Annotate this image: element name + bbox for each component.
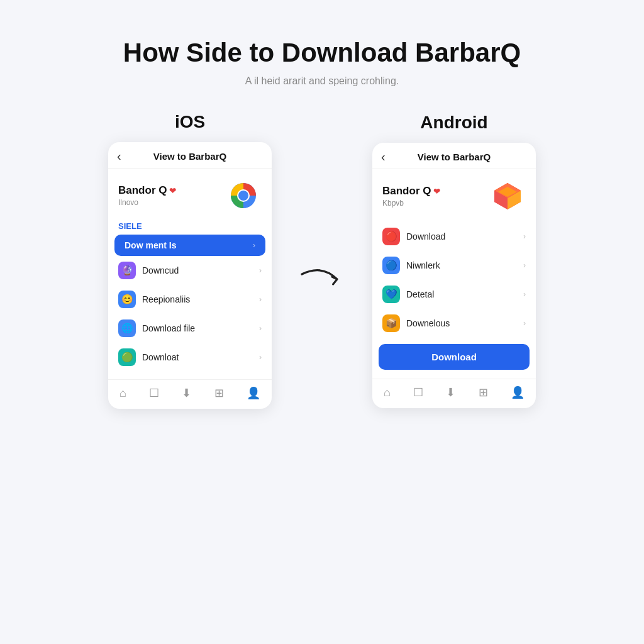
ios-app-name: Bandor Q ❤ — [118, 184, 176, 197]
ios-column: iOS ‹ View to BarbarQ Bandor Q ❤ Ilnovo — [108, 112, 272, 409]
android-menu-text-2: Detetal — [406, 289, 517, 299]
android-chevron-2: › — [523, 290, 526, 299]
page-header: How Side to Download BarbarQ A il heid a… — [123, 38, 521, 87]
android-chevron-1: › — [523, 261, 526, 270]
menu-text-2: Download file — [142, 323, 253, 333]
ios-nav-title: View to BarbarQ — [153, 151, 226, 162]
list-item[interactable]: 🌐 Download file › — [108, 314, 272, 343]
android-chevron-3: › — [523, 319, 526, 328]
ios-heart-icon: ❤ — [169, 186, 176, 196]
android-back-icon[interactable]: ‹ — [381, 150, 386, 164]
ios-highlighted-item[interactable]: Dow ment Is › — [114, 235, 265, 256]
android-menu-text-0: Download — [406, 231, 517, 242]
page-title: How Side to Download BarbarQ — [123, 38, 521, 68]
list-item[interactable]: 😊 Reepionaliis › — [108, 285, 272, 314]
ios-app-sub: Ilnovo — [118, 198, 176, 207]
android-nav-profile[interactable]: 👤 — [511, 386, 525, 399]
menu-text-1: Reepionaliis — [142, 294, 253, 304]
ios-nav: ‹ View to BarbarQ — [108, 142, 272, 169]
ios-nav-profile[interactable]: 👤 — [247, 386, 260, 400]
menu-chevron-1: › — [259, 295, 262, 304]
android-nav-grid[interactable]: ⊞ — [479, 386, 488, 399]
android-app-name-block: Bandor Q ❤ Kbpvb — [382, 185, 440, 208]
ios-app-info: Bandor Q ❤ Ilnovo — [108, 169, 272, 219]
ios-highlighted-text: Dow ment Is — [125, 240, 247, 250]
menu-icon-2: 🌐 — [118, 319, 136, 337]
android-app-info: Bandor Q ❤ Kbpvb — [372, 169, 536, 219]
page-subtitle: A il heid ararit and speing crohling. — [123, 75, 521, 87]
menu-chevron-3: › — [259, 353, 262, 362]
android-app-sub: Kbpvb — [382, 199, 440, 208]
ios-nav-download[interactable]: ⬇ — [182, 386, 191, 400]
menu-icon-1: 😊 — [118, 291, 136, 308]
ios-app-icon — [225, 177, 262, 214]
ios-nav-browse[interactable]: ☐ — [149, 386, 159, 400]
android-menu-text-3: Downelous — [406, 318, 517, 328]
android-nav-title: View to BarbarQ — [418, 152, 491, 162]
ios-app-name-block: Bandor Q ❤ Ilnovo — [118, 184, 176, 207]
ios-back-icon[interactable]: ‹ — [117, 149, 121, 164]
android-nav-browse[interactable]: ☐ — [413, 386, 423, 399]
android-nav: ‹ View to BarbarQ — [372, 143, 536, 169]
ios-section-label: SIELE — [108, 219, 272, 232]
ios-bottom-nav: ⌂ ☐ ⬇ ⊞ 👤 — [108, 379, 272, 404]
list-item[interactable]: 🔵 Niwnlerk › — [372, 251, 536, 280]
list-item[interactable]: 📦 Downelous › — [372, 309, 536, 338]
android-heart-icon: ❤ — [433, 187, 440, 196]
android-menu-text-1: Niwnlerk — [406, 260, 517, 270]
android-menu-icon-0: 🔴 — [382, 228, 400, 245]
list-item[interactable]: 🔴 Download › — [372, 222, 536, 251]
ios-menu-list: Dow ment Is › 🔮 Downcud › 😊 Reepionaliis… — [108, 232, 272, 374]
android-bottom-nav: ⌂ ☐ ⬇ ⊞ 👤 — [372, 379, 536, 403]
ios-nav-grid[interactable]: ⊞ — [214, 386, 224, 400]
android-app-name: Bandor Q ❤ — [382, 185, 440, 197]
android-menu-icon-2: 💙 — [382, 286, 400, 303]
android-label: Android — [420, 113, 487, 133]
menu-icon-0: 🔮 — [118, 262, 136, 279]
list-item[interactable]: 💙 Detetal › — [372, 280, 536, 309]
android-nav-home[interactable]: ⌂ — [384, 386, 391, 399]
ios-nav-home[interactable]: ⌂ — [119, 387, 126, 400]
ios-card: ‹ View to BarbarQ Bandor Q ❤ Ilnovo — [108, 142, 272, 409]
list-item[interactable]: 🔮 Downcud › — [108, 256, 272, 285]
android-column: Android ‹ View to BarbarQ Bandor Q ❤ Kbp… — [372, 113, 536, 408]
menu-chevron-2: › — [259, 324, 262, 333]
menu-text-0: Downcud — [142, 265, 253, 275]
ios-label: iOS — [175, 112, 205, 132]
list-item[interactable]: 🟢 Downloat › — [108, 343, 272, 372]
menu-chevron-0: › — [259, 266, 262, 275]
android-nav-download[interactable]: ⬇ — [446, 386, 455, 399]
comparison-row: iOS ‹ View to BarbarQ Bandor Q ❤ Ilnovo — [25, 112, 619, 409]
ios-highlighted-chevron: › — [253, 241, 255, 250]
android-card: ‹ View to BarbarQ Bandor Q ❤ Kbpvb — [372, 143, 536, 408]
android-app-icon — [489, 178, 526, 214]
android-download-button[interactable]: Download — [379, 344, 530, 370]
arrow-container — [297, 216, 347, 304]
direction-arrow — [297, 254, 347, 304]
svg-point-3 — [238, 191, 248, 201]
menu-icon-3: 🟢 — [118, 348, 136, 366]
menu-text-3: Downloat — [142, 352, 253, 362]
android-menu-icon-1: 🔵 — [382, 257, 400, 274]
android-menu-list: 🔴 Download › 🔵 Niwnlerk › 💙 Detetal › 📦 … — [372, 219, 536, 340]
android-menu-icon-3: 📦 — [382, 314, 400, 332]
android-chevron-0: › — [523, 232, 526, 241]
